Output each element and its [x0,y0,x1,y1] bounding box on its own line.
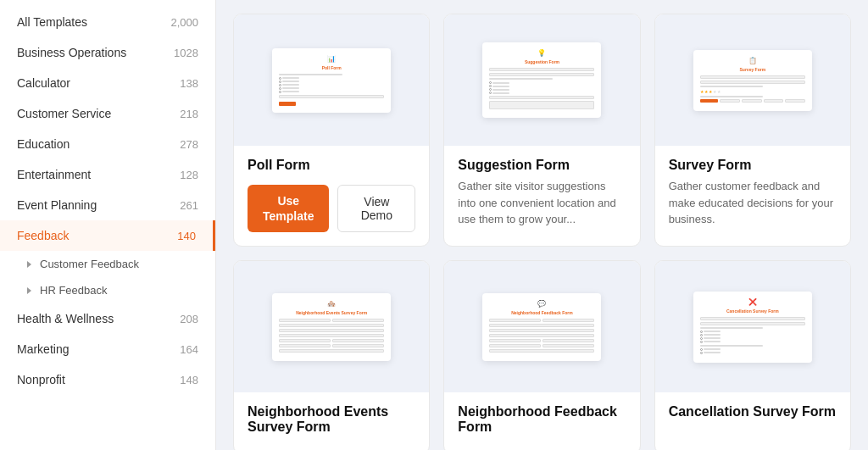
card-inline-actions-poll-form: Use TemplateView Demo [248,185,415,232]
mini-field-row-2 [489,339,594,342]
sidebar-item-marketing[interactable]: Marketing164 [0,334,215,364]
card-title-survey-form: Survey Form [669,158,837,173]
sidebar: All Templates2,000Business Operations102… [0,0,216,450]
sidebar-sub-item-hr-feedback[interactable]: HR Feedback [0,277,215,303]
card-cancellation-survey: ❌ Cancellation Survey Form Use TemplateV… [654,260,851,450]
sidebar-item-count: 278 [180,138,198,151]
mini-field-email [700,81,805,84]
sidebar-item-count: 2,000 [170,16,198,29]
sidebar-item-customer-service[interactable]: Customer Service218 [0,98,215,129]
mini-field-address2 [489,329,594,332]
mini-label-2 [700,345,763,347]
sidebar-item-label: Marketing [17,342,69,356]
card-description-survey-form: Gather customer feedback and make educat… [669,178,837,228]
mini-stars: ★★★★★ [700,89,805,94]
card-title-suggestion-form: Suggestion Form [458,158,626,173]
main-content: 📊 Poll Form Use TemplateView DemoPoll Fo… [216,0,868,450]
card-body-suggestion-form: Suggestion FormGather site visitor sugge… [444,146,639,242]
poll-icon: 📊 [279,55,384,63]
sidebar-item-count: 138 [180,77,198,90]
card-body-cancellation-survey: Cancellation Survey Form [655,392,850,438]
mini-field-name [489,68,594,71]
mini-radio-group [279,77,384,93]
mini-field-name [700,317,805,320]
sidebar-item-label: Health & Wellness [17,312,114,325]
sidebar-item-business-operations[interactable]: Business Operations1028 [0,37,215,68]
suggestion-icon: 💡 [489,49,594,57]
card-preview-neighborhood-feedback: 💬 Neighborhood Feedback Form Use Templat… [444,261,639,392]
mini-field-subject [489,96,594,99]
mini-field-address [279,324,384,327]
card-neighborhood-feedback: 💬 Neighborhood Feedback Form Use Templat… [443,260,640,450]
sidebar-item-label: Customer Service [17,107,111,120]
neighborhood-events-icon: 🏘️ [279,300,384,308]
mini-field-email [279,349,384,353]
mini-field-row-2 [279,339,384,342]
mini-radio-group-2 [700,348,805,354]
mini-label [489,78,552,80]
mini-label [700,327,763,329]
sidebar-item-count: 1028 [174,47,198,59]
cancellation-mini-title: Cancellation Survey Form [700,308,805,314]
cancellation-icon: ❌ [700,298,805,306]
cards-grid: 📊 Poll Form Use TemplateView DemoPoll Fo… [233,14,851,450]
card-title-neighborhood-events: Neighborhood Events Survey Form [248,404,415,435]
neighborhood-events-mini-title: Neighborhood Events Survey Form [279,310,384,315]
sidebar-item-count: 140 [177,230,196,242]
card-suggestion-form: 💡 Suggestion Form Use TemplateView DemoS… [443,14,640,247]
sidebar-item-label: Calculator [17,76,70,90]
sidebar-item-nonprofit[interactable]: Nonprofit148 [0,364,215,395]
sidebar-item-count: 148 [180,374,198,386]
neighborhood-feedback-icon: 💬 [489,300,594,308]
survey-icon: 📋 [700,57,805,64]
mini-radio-group [700,331,805,343]
view-demo-inline-button-poll-form[interactable]: View Demo [337,185,415,232]
mini-label-2 [700,96,763,97]
mini-field-address [489,324,594,327]
sidebar-item-education[interactable]: Education278 [0,129,215,159]
mini-field-address2 [279,329,384,332]
mini-field-row [279,319,384,322]
sidebar-item-health-wellness[interactable]: Health & Wellness208 [0,303,215,334]
mini-field-email [700,322,805,325]
card-title-cancellation-survey: Cancellation Survey Form [669,404,837,419]
chevron-right-icon [27,261,31,268]
card-preview-suggestion-form: 💡 Suggestion Form Use TemplateView Demo [444,14,639,146]
mini-submit-btn [279,102,296,106]
mini-radio-group [489,81,594,94]
use-template-inline-button-poll-form[interactable]: Use Template [248,185,329,232]
sidebar-item-label: Nonprofit [17,373,65,386]
sidebar-item-count: 128 [180,169,198,181]
mini-field-address3 [489,334,594,337]
mini-field-address3 [279,334,384,337]
sidebar-item-label: All Templates [17,15,87,29]
survey-form-mini-title: Survey Form [700,67,805,72]
sidebar-item-count: 208 [180,313,198,325]
sidebar-sub-item-customer-feedback[interactable]: Customer Feedback [0,251,215,277]
sidebar-item-feedback[interactable]: Feedback140 [0,220,215,251]
card-survey-form: 📋 Survey Form ★★★★★ Use TemplateView Dem… [654,14,851,247]
mini-label [700,86,763,87]
sidebar-item-calculator[interactable]: Calculator138 [0,68,215,98]
sidebar-sub-item-label: Customer Feedback [40,258,139,270]
mini-field-row-3 [279,344,384,347]
card-preview-poll-form: 📊 Poll Form Use TemplateView Demo [234,14,429,146]
card-title-poll-form: Poll Form [248,158,415,173]
sidebar-item-count: 164 [180,343,198,356]
mini-field-name [700,75,805,79]
card-body-survey-form: Survey FormGather customer feedback and … [655,146,850,242]
sidebar-item-label: Entertainment [17,168,91,181]
sidebar-item-label: Education [17,137,70,151]
sidebar-item-all-templates[interactable]: All Templates2,000 [0,7,215,37]
mini-field-email [489,349,594,353]
sidebar-item-event-planning[interactable]: Event Planning261 [0,190,215,220]
card-body-neighborhood-events: Neighborhood Events Survey Form [234,392,429,450]
card-preview-cancellation-survey: ❌ Cancellation Survey Form Use TemplateV… [655,261,850,392]
suggestion-form-mini-title: Suggestion Form [489,59,594,64]
card-description-suggestion-form: Gather site visitor suggestions into one… [458,178,626,228]
card-preview-survey-form: 📋 Survey Form ★★★★★ Use TemplateView Dem… [655,14,850,146]
card-title-neighborhood-feedback: Neighborhood Feedback Form [458,404,626,435]
sidebar-item-entertainment[interactable]: Entertainment128 [0,159,215,190]
mini-field-row [489,319,594,322]
card-poll-form: 📊 Poll Form Use TemplateView DemoPoll Fo… [233,14,430,247]
